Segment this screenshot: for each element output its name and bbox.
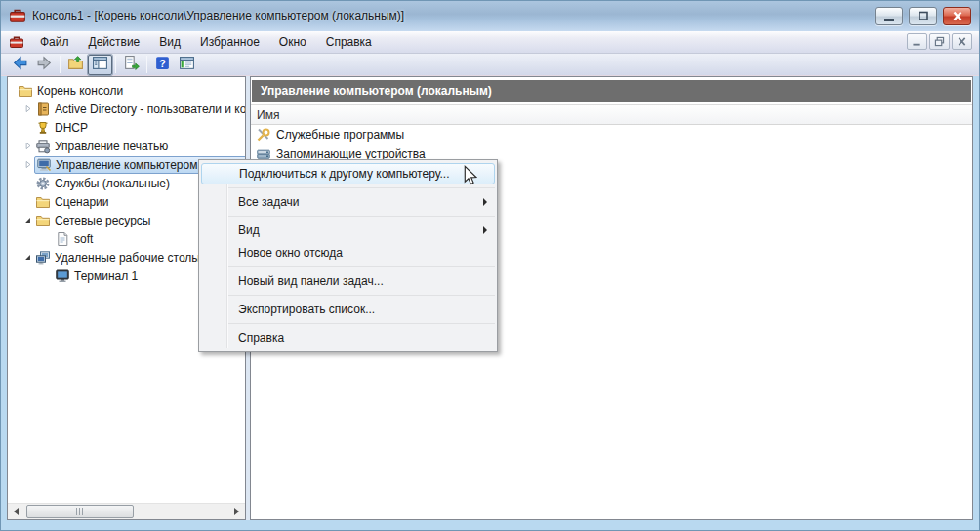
tree-item-label: Управление печатью — [55, 140, 168, 153]
forward-icon — [36, 55, 53, 74]
back-button[interactable] — [8, 55, 32, 75]
context-menu-item-label: Подключиться к другому компьютеру... — [239, 167, 486, 181]
context-menu-separator — [228, 295, 495, 296]
context-menu-item[interactable]: Все задачи — [201, 191, 495, 213]
tools-icon — [256, 127, 271, 143]
submenu-arrow-icon — [483, 198, 487, 206]
scroll-left-button[interactable] — [8, 504, 24, 519]
menubar-item-2[interactable]: Действие — [79, 31, 150, 53]
context-menu: Подключиться к другому компьютеру...Все … — [198, 159, 498, 352]
restore-button[interactable] — [909, 7, 937, 25]
show-tree-icon — [92, 55, 108, 74]
computers-icon — [35, 250, 51, 266]
menubar-item-1[interactable]: Файл — [30, 31, 79, 53]
expander-collapsed-icon[interactable] — [20, 157, 34, 173]
tree-item-content: Удаленные рабочие столы — [34, 249, 203, 266]
computer-icon — [36, 157, 52, 173]
context-menu-item[interactable]: Подключиться к другому компьютеру... — [201, 163, 495, 184]
tree-item-content: Active Directory - пользователи и ком — [34, 101, 245, 118]
menu-bar: ФайлДействиеВидИзбранноеОкноСправка — [0, 31, 980, 54]
gear-icon — [35, 176, 51, 191]
expander-expanded-icon[interactable] — [20, 213, 34, 228]
book-icon — [35, 102, 51, 117]
tree-item-label: DHCP — [55, 121, 88, 135]
context-menu-item[interactable]: Новое окно отсюда — [201, 242, 495, 264]
details-list: Служебные программыЗапоминающие устройст… — [251, 125, 972, 164]
expander-placeholder — [20, 120, 34, 136]
close-button[interactable] — [943, 7, 971, 25]
dhcp-icon — [35, 120, 51, 136]
scrollbar-track[interactable] — [24, 504, 228, 519]
expander-placeholder — [40, 268, 54, 284]
export-list-button[interactable] — [119, 55, 143, 75]
mouse-cursor — [463, 165, 477, 186]
tree-item[interactable]: DHCP — [8, 118, 245, 137]
printer-icon — [35, 139, 51, 154]
expander-placeholder — [20, 194, 34, 210]
context-menu-item[interactable]: Новый вид панели задач... — [201, 270, 495, 292]
forward-button[interactable] — [32, 55, 57, 75]
context-menu-item-label: Новый вид панели задач... — [238, 274, 487, 288]
tree-item-label: soft — [74, 232, 93, 246]
column-header-name[interactable]: Имя — [251, 104, 972, 125]
tree-item-content: Корень консоли — [17, 82, 126, 100]
action-pane-button[interactable] — [175, 55, 199, 75]
context-menu-item[interactable]: Экспортировать список... — [201, 299, 495, 320]
context-menu-item[interactable]: Справка — [201, 327, 495, 348]
title-bar[interactable]: Консоль1 - [Корень консоли\Управление ко… — [0, 0, 980, 31]
mdi-close-button[interactable] — [952, 33, 972, 50]
minimize-button[interactable] — [875, 7, 903, 25]
menubar-item-3[interactable]: Вид — [149, 31, 190, 53]
window-title: Консоль1 - [Корень консоли\Управление ко… — [32, 9, 404, 22]
folder-icon — [35, 194, 51, 210]
expander-expanded-icon[interactable] — [20, 250, 34, 266]
submenu-arrow-icon — [483, 226, 487, 234]
mdi-minimize-button[interactable] — [907, 33, 927, 50]
monitor-icon — [55, 268, 70, 284]
tree-item-content: Сетевые ресурсы — [34, 212, 154, 229]
back-icon — [12, 55, 28, 74]
list-item[interactable]: Служебные программы — [251, 125, 972, 144]
menubar-item-4[interactable]: Избранное — [190, 31, 269, 53]
mdi-restore-button[interactable] — [929, 33, 950, 50]
tree-item-label: Терминал 1 — [74, 269, 138, 283]
tree-item[interactable]: Управление печатью — [8, 137, 245, 155]
show-tree-button[interactable] — [88, 55, 112, 75]
mmc-app-icon — [9, 7, 26, 24]
tree-item[interactable]: Active Directory - пользователи и ком — [8, 100, 245, 118]
menubar-item-5[interactable]: Окно — [269, 31, 316, 53]
new-window-button[interactable] — [63, 55, 88, 75]
menubar-item-6[interactable]: Справка — [316, 31, 382, 53]
context-menu-separator — [228, 216, 495, 217]
tree-item-content: DHCP — [34, 119, 91, 137]
horizontal-scrollbar[interactable] — [8, 503, 245, 519]
scroll-right-button[interactable] — [228, 504, 245, 519]
action-pane-icon — [179, 55, 195, 74]
scrollbar-thumb[interactable] — [26, 505, 134, 518]
expander-collapsed-icon[interactable] — [20, 139, 34, 154]
context-menu-item-label: Новое окно отсюда — [238, 246, 487, 260]
tree-item-label: Active Directory - пользователи и ком — [55, 102, 245, 116]
expander-placeholder — [20, 176, 34, 191]
tree-item-label: Корень консоли — [37, 84, 123, 98]
tree-item-content: Сценарии — [34, 193, 111, 211]
context-menu-item-label: Все задачи — [238, 195, 483, 209]
toolbar-separator — [60, 56, 61, 73]
context-menu-separator — [228, 187, 495, 188]
folder-icon — [35, 213, 51, 228]
export-list-icon — [123, 55, 140, 74]
context-menu-separator — [228, 266, 495, 267]
details-pane-header: Управление компьютером (локальным) — [252, 80, 971, 102]
toolbar-separator — [146, 56, 147, 73]
context-menu-item-label: Экспортировать список... — [238, 303, 487, 316]
context-menu-item-label: Вид — [238, 224, 483, 237]
document-icon — [55, 231, 70, 247]
mdi-child-icon — [9, 34, 24, 50]
context-menu-item[interactable]: Вид — [201, 220, 495, 241]
mmc-window: { "window": { "title": "Консоль1 - [Коре… — [0, 0, 980, 531]
help-button[interactable]: ? — [150, 55, 175, 75]
expander-collapsed-icon[interactable] — [20, 102, 34, 117]
tree-item-content: Службы (локальные) — [34, 175, 173, 192]
tree-item[interactable]: Корень консоли — [8, 81, 245, 100]
tree-item-content: Управление печатью — [34, 138, 171, 155]
